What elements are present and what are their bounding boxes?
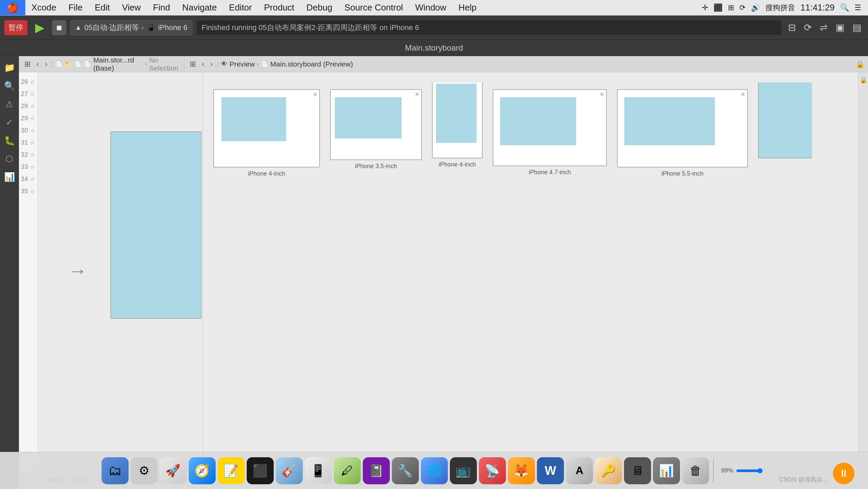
preview-forward-button[interactable]: ›: [208, 59, 215, 69]
navigator-test-icon[interactable]: ✓: [1, 114, 18, 130]
dock-filezilla[interactable]: 📡: [479, 457, 506, 484]
grid-view-button[interactable]: ⊞: [22, 59, 32, 69]
no-selection-label: No Selection: [149, 56, 181, 72]
dock-zoom-area: 99%: [718, 467, 766, 474]
refresh-button[interactable]: ⟳: [801, 21, 814, 34]
dock-system-prefs[interactable]: ⚙: [131, 457, 158, 484]
dock-launchpad[interactable]: 🚀: [160, 457, 187, 484]
menu-editor[interactable]: Editor: [223, 0, 258, 15]
dock-browser[interactable]: 🌐: [421, 457, 448, 484]
watermark: CSDN @清风自...: [779, 475, 828, 484]
iphone4-portrait-label: iPhone 4-inch: [439, 161, 476, 168]
add-icon[interactable]: ✛: [702, 3, 708, 12]
device-iphone4-landscape: ✕ iPhone 4-inch: [213, 89, 320, 177]
dock-safari[interactable]: 🧭: [189, 457, 216, 484]
iphone4-landscape-close[interactable]: ✕: [313, 91, 317, 98]
screen-record-icon[interactable]: ⬛: [713, 3, 723, 12]
navigator-debug-icon[interactable]: 🐛: [1, 132, 18, 149]
layout-left-button[interactable]: ▣: [833, 21, 847, 34]
time-machine-icon[interactable]: ⟳: [739, 3, 745, 12]
menu-view[interactable]: View: [116, 0, 147, 15]
navigator-folder-icon[interactable]: 📁: [1, 59, 18, 76]
assistant-button[interactable]: ⇌: [817, 21, 830, 34]
dock-onenote[interactable]: 📓: [363, 457, 390, 484]
scheme-selector[interactable]: ▲ 05自动·边距相等 › 📱 iPhone 6: [70, 20, 193, 35]
window-mgr-icon[interactable]: ⊞: [728, 3, 734, 12]
zoom-percent-label: 99%: [721, 467, 733, 474]
forward-button[interactable]: ›: [43, 59, 49, 69]
preview-back-button[interactable]: ‹: [200, 59, 206, 69]
iphone4-portrait-screen: [436, 84, 477, 143]
line-29: 29 ☆: [19, 112, 37, 124]
dock-finder[interactable]: 🗂: [102, 457, 129, 484]
dock-app10[interactable]: 🔧: [392, 457, 419, 484]
iphone-frame-editor[interactable]: [110, 131, 201, 319]
dock-terminal[interactable]: ⬛: [247, 457, 274, 484]
dock-app16[interactable]: A: [566, 457, 593, 484]
line-35: 35 ☆: [19, 185, 37, 197]
iphone55-landscape-screen: [624, 97, 715, 145]
right-lock-icon: 🔒: [860, 76, 867, 84]
dock-word[interactable]: W: [537, 457, 564, 484]
dock-app19[interactable]: 📊: [653, 457, 680, 484]
dock-xcode[interactable]: 🎸: [276, 457, 303, 484]
menu-help[interactable]: Help: [453, 0, 483, 15]
apple-icon: 🍎: [7, 2, 19, 13]
storyboard-arrow: →: [68, 260, 87, 282]
back-button[interactable]: ‹: [34, 59, 41, 69]
device-iphone4-portrait: ✕ iPhone 4-inch: [432, 82, 483, 168]
iphone35-landscape-screen: [335, 97, 402, 138]
navigator-reports-icon[interactable]: 📊: [1, 169, 18, 185]
line-28: 28 ☆: [19, 100, 37, 112]
resume-button[interactable]: ⏸: [833, 463, 855, 484]
panel-layout-button[interactable]: ⊟: [785, 21, 798, 34]
apple-menu[interactable]: 🍎: [0, 0, 25, 15]
dock-firefox[interactable]: 🦊: [508, 457, 535, 484]
iphone4-landscape-frame[interactable]: ✕: [213, 89, 320, 168]
menu-debug[interactable]: Debug: [300, 0, 338, 15]
pause-button[interactable]: 暂停: [4, 20, 28, 35]
dock-app12[interactable]: 📺: [450, 457, 477, 484]
iphone55-landscape-frame[interactable]: ✕: [617, 89, 748, 168]
stop-button[interactable]: ■: [52, 20, 66, 35]
navigator-issues-icon[interactable]: ⚠: [1, 96, 18, 112]
preview-grid-button[interactable]: ⊞: [188, 59, 198, 69]
resume-icon: ⏸: [839, 468, 849, 479]
dock-trash[interactable]: 🗑: [682, 457, 709, 484]
lock-icon[interactable]: 🔒: [856, 60, 865, 68]
partial-frame[interactable]: [758, 82, 812, 158]
editor-content: 26 ☆ 27 ☆ 28 ☆ 29 ☆: [19, 72, 868, 489]
iphone47-landscape-close[interactable]: ✕: [600, 91, 604, 98]
dock-instruments[interactable]: 🔑: [595, 457, 622, 484]
menu-window[interactable]: Window: [409, 0, 452, 15]
volume-icon[interactable]: 🔊: [751, 3, 760, 12]
menu-source-control[interactable]: Source Control: [338, 0, 409, 15]
menu-xcode[interactable]: Xcode: [25, 0, 62, 15]
dock-notes[interactable]: 📝: [218, 457, 245, 484]
search-icon[interactable]: 🔍: [840, 3, 849, 12]
device-iphone47-landscape: ✕ iPhone 4.7-inch: [493, 89, 607, 176]
menu-find[interactable]: Find: [147, 0, 176, 15]
device-iphone55-landscape: ✕ iPhone 5.5-inch: [617, 89, 748, 177]
run-button[interactable]: ▶: [31, 20, 49, 35]
navigator-search-icon[interactable]: 🔍: [1, 78, 18, 94]
iphone35-landscape-frame[interactable]: ✕: [330, 89, 422, 160]
menu-navigate[interactable]: Navigate: [176, 0, 223, 15]
dock-app18[interactable]: 🖥: [624, 457, 651, 484]
menu-file[interactable]: File: [62, 0, 89, 15]
notification-icon[interactable]: ☰: [855, 3, 861, 12]
navigator-breakpoints-icon[interactable]: ⬡: [1, 151, 18, 167]
device-iphone35-landscape: ✕ iPhone 3.5-inch: [330, 89, 422, 170]
menu-product[interactable]: Product: [258, 0, 300, 15]
layout-right-button[interactable]: ▤: [850, 21, 864, 34]
iphone55-landscape-close[interactable]: ✕: [741, 91, 745, 98]
dock-app7[interactable]: 📱: [305, 457, 332, 484]
iphone4-portrait-frame[interactable]: ✕: [432, 82, 483, 158]
menu-edit[interactable]: Edit: [89, 0, 116, 15]
iphone47-landscape-frame[interactable]: ✕: [493, 89, 607, 166]
zoom-slider[interactable]: [736, 468, 763, 473]
line-30: 30 ☆: [19, 124, 37, 136]
iphone35-landscape-close[interactable]: ✕: [415, 91, 419, 98]
scheme-label: 05自动·边距相等: [84, 23, 139, 33]
dock-filemerge[interactable]: 🖊: [334, 457, 361, 484]
